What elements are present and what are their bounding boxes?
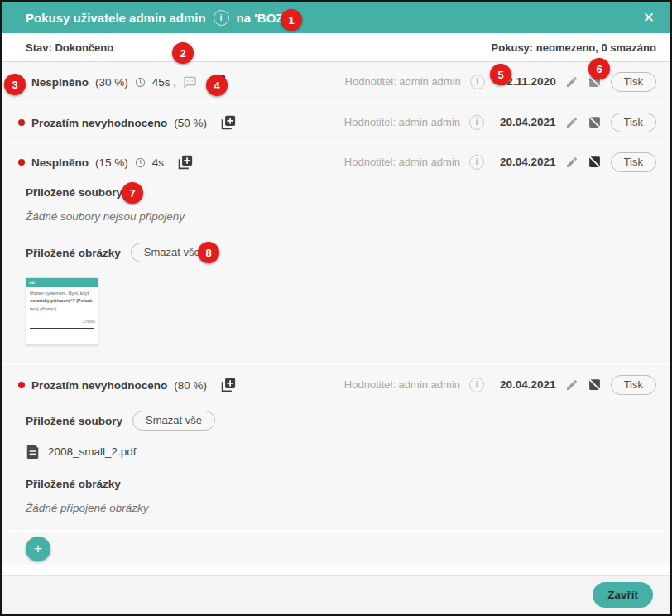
clock-icon bbox=[135, 77, 146, 88]
dialog-header: Pokusy uživatele admin admin i na 'BOZP'… bbox=[2, 2, 670, 33]
attempt-percent: (80 %) bbox=[174, 379, 207, 392]
attempt-1-left: Nesplněno (30 %) 45s , bbox=[18, 75, 226, 90]
edit-icon[interactable] bbox=[565, 116, 578, 129]
add-attempt-row: + bbox=[2, 532, 670, 565]
attempt-row-3: Nesplněno (15 %) 4s Hodnotitel: admin ad… bbox=[2, 143, 670, 365]
images-heading-label: Přiložené obrázky bbox=[26, 478, 121, 490]
thumbnail-titlebar: sti bbox=[26, 278, 98, 287]
status-dot bbox=[18, 159, 25, 166]
files-heading: Přiložené soubory Smazat vše bbox=[26, 410, 670, 431]
attempt-result: Prozatím nevyhodnoceno bbox=[31, 379, 167, 392]
dialog-title-text: Pokusy uživatele admin admin bbox=[26, 11, 206, 25]
add-image-icon[interactable] bbox=[220, 115, 236, 131]
clock-icon bbox=[135, 157, 146, 168]
attempt-4-attachments: Přiložené soubory Smazat vše 2008_small_… bbox=[2, 410, 670, 530]
evaluator-info-icon[interactable]: i bbox=[469, 115, 484, 130]
dialog-title: Pokusy uživatele admin admin i na 'BOZP' bbox=[26, 10, 295, 26]
evaluator-info-icon[interactable]: i bbox=[469, 378, 484, 392]
status-dot bbox=[18, 119, 25, 126]
thumbnail-cancel-text: Zrušit bbox=[26, 319, 98, 324]
no-image-icon[interactable] bbox=[588, 115, 602, 129]
attempt-date: 20.04.2021 bbox=[500, 378, 556, 391]
attempt-result: Nesplněno bbox=[31, 76, 89, 89]
evaluator-info-icon[interactable]: i bbox=[469, 155, 484, 170]
attempt-3-right: Hodnotitel: admin admin i 20.04.2021 Tis… bbox=[344, 152, 656, 172]
attempt-4-left: Prozatím nevyhodnoceno (80 %) bbox=[18, 378, 236, 393]
thumbnail-line: řiřazen systémem. Nyní, když bbox=[30, 290, 94, 297]
attempt-2-left: Prozatím nevyhodnoceno (50 %) bbox=[18, 115, 236, 131]
annotation-badge-8: 8 bbox=[198, 242, 219, 263]
attached-image-thumbnail[interactable]: sti řiřazen systémem. Nyní, když omatick… bbox=[26, 277, 98, 345]
evaluator-label: Hodnotitel: admin admin bbox=[344, 116, 460, 128]
no-image-icon[interactable] bbox=[588, 378, 602, 392]
edit-icon[interactable] bbox=[565, 378, 578, 392]
attempt-4-header: Prozatím nevyhodnoceno (80 %) Hodnotitel… bbox=[2, 365, 670, 405]
attempt-duration: 45s , bbox=[152, 76, 176, 89]
delete-all-files-button[interactable]: Smazat vše bbox=[132, 411, 215, 431]
annotation-badge-5: 5 bbox=[490, 64, 511, 85]
thumbnail-line: omaticky přiřazený'? (Pokud. bbox=[30, 297, 94, 305]
attempt-3-header: Nesplněno (15 %) 4s Hodnotitel: admin ad… bbox=[2, 143, 670, 181]
spacer bbox=[26, 517, 670, 530]
spacer bbox=[2, 565, 670, 575]
images-heading: Přiložené obrázky Smazat vše bbox=[26, 242, 670, 263]
images-heading: Přiložené obrázky bbox=[26, 476, 670, 491]
status-dot bbox=[18, 382, 25, 388]
add-attempt-button[interactable]: + bbox=[26, 537, 50, 561]
attempt-date: 20.04.2021 bbox=[500, 156, 556, 168]
close-icon[interactable]: ✕ bbox=[643, 11, 655, 25]
print-button[interactable]: Tisk bbox=[611, 113, 656, 132]
attached-file-name: 2008_small_2.pdf bbox=[48, 445, 137, 458]
print-button[interactable]: Tisk bbox=[611, 152, 656, 172]
files-heading-label: Přiložené soubory bbox=[26, 186, 122, 199]
add-image-icon[interactable] bbox=[177, 155, 193, 171]
file-icon bbox=[26, 444, 40, 459]
evaluator-label: Hodnotitel: admin admin bbox=[345, 75, 461, 88]
annotation-badge-6: 6 bbox=[588, 58, 610, 79]
comment-icon[interactable] bbox=[183, 76, 197, 89]
attempt-3-attachments: Přiložené soubory Žádné soubory nejsou p… bbox=[2, 185, 670, 345]
attempt-3-left: Nesplněno (15 %) 4s bbox=[18, 155, 193, 171]
print-button[interactable]: Tisk bbox=[611, 72, 656, 92]
files-empty-note: Žádné soubory nejsou připojeny bbox=[26, 210, 670, 225]
attempt-result: Nesplněno bbox=[31, 156, 89, 169]
edit-icon[interactable] bbox=[565, 75, 578, 89]
attached-file-item[interactable]: 2008_small_2.pdf bbox=[26, 443, 670, 460]
attempt-result: Prozatím nevyhodnoceno bbox=[31, 117, 167, 129]
attempt-2-right: Hodnotitel: admin admin i 20.04.2021 Tis… bbox=[344, 113, 656, 132]
status-label: Stav: Dokončeno bbox=[26, 41, 113, 54]
attempt-row-2: Prozatím nevyhodnoceno (50 %) Hodnotitel… bbox=[2, 103, 670, 143]
attempt-row-4: Prozatím nevyhodnoceno (80 %) Hodnotitel… bbox=[2, 365, 670, 532]
evaluator-label: Hodnotitel: admin admin bbox=[344, 378, 460, 391]
annotation-badge-4: 4 bbox=[206, 75, 228, 96]
user-info-icon[interactable]: i bbox=[214, 10, 229, 26]
attempt-row-1: Nesplněno (30 %) 45s , Hodnotitel: admin… bbox=[2, 62, 670, 103]
add-image-icon[interactable] bbox=[220, 378, 236, 393]
annotation-badge-2: 2 bbox=[172, 42, 194, 64]
dialog-footer: Zavřít bbox=[2, 575, 670, 614]
no-image-icon[interactable] bbox=[588, 155, 602, 169]
thumbnail-line: řený přístup.) bbox=[30, 306, 94, 313]
attempt-percent: (50 %) bbox=[174, 117, 207, 129]
attempt-date: 20.04.2021 bbox=[500, 116, 556, 128]
attempt-2-header: Prozatím nevyhodnoceno (50 %) Hodnotitel… bbox=[2, 103, 670, 142]
edit-icon[interactable] bbox=[565, 156, 578, 169]
images-heading-label: Přiložené obrázky bbox=[26, 247, 121, 259]
annotation-badge-1: 1 bbox=[281, 9, 302, 31]
thumbnail-text: řiřazen systémem. Nyní, když omaticky př… bbox=[26, 287, 98, 313]
files-heading-label: Přiložené soubory bbox=[26, 415, 122, 427]
close-dialog-button[interactable]: Zavřít bbox=[593, 582, 653, 608]
print-button[interactable]: Tisk bbox=[611, 375, 656, 395]
attempt-percent: (15 %) bbox=[95, 156, 128, 169]
attempts-dialog: Pokusy uživatele admin admin i na 'BOZP'… bbox=[0, 0, 672, 616]
thumbnail-divider bbox=[30, 328, 94, 329]
attempts-summary-label: Pokusy: neomezeno, 0 smazáno bbox=[492, 41, 656, 54]
evaluator-label: Hodnotitel: admin admin bbox=[344, 156, 460, 168]
evaluator-info-icon[interactable]: i bbox=[470, 75, 485, 89]
attempt-4-right: Hodnotitel: admin admin i 20.04.2021 Tis… bbox=[344, 375, 656, 395]
attempt-1-header: Nesplněno (30 %) 45s , Hodnotitel: admin… bbox=[2, 62, 670, 102]
annotation-badge-7: 7 bbox=[122, 182, 143, 204]
attempt-percent: (30 %) bbox=[95, 76, 128, 89]
status-bar: Stav: Dokončeno Pokusy: neomezeno, 0 sma… bbox=[2, 33, 670, 62]
attempt-duration: 4s bbox=[152, 156, 164, 169]
